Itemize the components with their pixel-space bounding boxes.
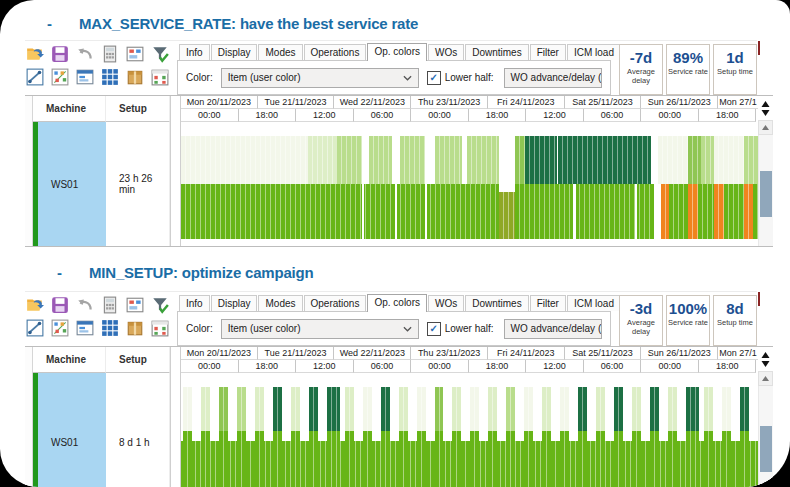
scrollbar[interactable]: [758, 347, 773, 487]
op-segment[interactable]: [650, 387, 659, 431]
op-segment[interactable]: [614, 387, 623, 431]
tab-filter[interactable]: Filter: [530, 295, 566, 311]
scrollbar[interactable]: [758, 96, 773, 246]
setup-column-header[interactable]: Setup time: [106, 96, 170, 122]
tab-wos[interactable]: WOs: [428, 44, 464, 60]
op-segment[interactable]: [417, 431, 426, 487]
op-segment[interactable]: [596, 431, 605, 487]
window-layout-icon[interactable]: [75, 318, 95, 338]
package-icon[interactable]: [125, 318, 145, 338]
splitter-arrows-icon[interactable]: [758, 96, 773, 120]
op-segment[interactable]: [744, 136, 758, 184]
tab-display[interactable]: Display: [211, 295, 258, 311]
op-segment[interactable]: [399, 431, 408, 487]
op-segment[interactable]: [668, 387, 677, 431]
op-segment[interactable]: [635, 184, 637, 239]
op-segment[interactable]: [668, 431, 677, 487]
op-segment[interactable]: [714, 136, 744, 184]
op-segment[interactable]: [400, 136, 425, 184]
lower-half-select[interactable]: WO advance/delay (calculated due d: [504, 319, 602, 339]
op-segment[interactable]: [701, 136, 714, 184]
op-segment[interactable]: [488, 387, 497, 431]
op-segment[interactable]: [658, 136, 688, 184]
tab-icm-load[interactable]: ICM load: [567, 44, 621, 60]
op-segment[interactable]: [381, 387, 390, 431]
lower-half-checkbox[interactable]: ✓ Lower half:: [427, 322, 494, 336]
op-segment[interactable]: [596, 387, 605, 431]
op-segment[interactable]: [714, 184, 724, 239]
op-segment[interactable]: [688, 184, 698, 239]
op-segment[interactable]: [515, 136, 525, 184]
op-segment[interactable]: [467, 136, 499, 184]
op-segment[interactable]: [452, 431, 461, 487]
scrollbar-thumb[interactable]: [760, 426, 772, 472]
op-segment[interactable]: [686, 431, 699, 487]
op-segment[interactable]: [650, 431, 659, 487]
op-segment[interactable]: [219, 387, 228, 431]
op-segment[interactable]: [669, 184, 688, 239]
tab-operations[interactable]: Operations: [304, 44, 367, 60]
op-segment[interactable]: [724, 184, 744, 239]
scrollbar-track[interactable]: [758, 386, 773, 487]
op-segment[interactable]: [560, 431, 569, 487]
op-segment[interactable]: [578, 431, 587, 487]
op-segment[interactable]: [452, 387, 461, 431]
op-segment[interactable]: [740, 431, 749, 487]
op-segment[interactable]: [488, 431, 497, 487]
machine-column-header[interactable]: Machine: [33, 96, 106, 122]
op-segment[interactable]: [291, 431, 300, 487]
op-segment[interactable]: [704, 387, 713, 431]
open-icon[interactable]: [25, 44, 45, 64]
gantt-chart-icon[interactable]: [25, 318, 45, 338]
op-segment[interactable]: [417, 387, 426, 431]
gantt-chart-icon[interactable]: [25, 67, 45, 87]
op-segment[interactable]: [181, 136, 308, 184]
data-grid-icon[interactable]: [100, 67, 120, 87]
tab-info[interactable]: Info: [179, 295, 210, 311]
op-segment[interactable]: [614, 431, 623, 487]
tab-info[interactable]: Info: [179, 44, 210, 60]
op-segment[interactable]: [435, 136, 462, 184]
op-segment[interactable]: [273, 387, 282, 431]
undo-icon[interactable]: [75, 44, 95, 64]
op-segment[interactable]: [661, 184, 669, 239]
op-segment[interactable]: [363, 387, 372, 431]
splitter-arrows-icon[interactable]: [758, 347, 773, 371]
scroll-up-icon[interactable]: [758, 371, 773, 386]
op-segment[interactable]: [688, 136, 701, 184]
op-segment[interactable]: [542, 431, 551, 487]
filter-check-icon[interactable]: [150, 44, 170, 64]
machine-column-header[interactable]: Machine: [33, 347, 106, 373]
op-segment[interactable]: [201, 387, 210, 431]
machine-cell[interactable]: WS01: [33, 122, 106, 246]
op-segment[interactable]: [395, 184, 397, 239]
op-segment[interactable]: [499, 192, 515, 239]
scrollbar-track[interactable]: [758, 135, 773, 246]
optimization-icon[interactable]: [50, 318, 70, 338]
calendar-icon[interactable]: [150, 318, 170, 338]
op-segment[interactable]: [560, 387, 569, 431]
save-icon[interactable]: [50, 295, 70, 315]
color-select[interactable]: Item (user color): [221, 68, 419, 88]
op-segment[interactable]: [309, 431, 318, 487]
tab-filter[interactable]: Filter: [530, 44, 566, 60]
op-segment[interactable]: [435, 387, 444, 431]
op-segment[interactable]: [201, 431, 210, 487]
op-segment[interactable]: [237, 387, 246, 431]
splitter[interactable]: [170, 96, 181, 246]
op-segment[interactable]: [470, 431, 479, 487]
tab-downtimes[interactable]: Downtimes: [465, 295, 528, 311]
scrollbar-thumb[interactable]: [760, 171, 772, 217]
op-segment[interactable]: [291, 387, 300, 431]
splitter[interactable]: [170, 347, 181, 487]
op-segment[interactable]: [740, 387, 749, 431]
op-segment[interactable]: [425, 184, 427, 239]
tab-wos[interactable]: WOs: [428, 295, 464, 311]
op-segment[interactable]: [309, 387, 318, 431]
open-icon[interactable]: [25, 295, 45, 315]
op-segment[interactable]: [506, 431, 515, 487]
op-segment[interactable]: [632, 431, 641, 487]
op-segment[interactable]: [381, 431, 390, 487]
data-grid-icon[interactable]: [100, 318, 120, 338]
op-segment[interactable]: [255, 431, 264, 487]
